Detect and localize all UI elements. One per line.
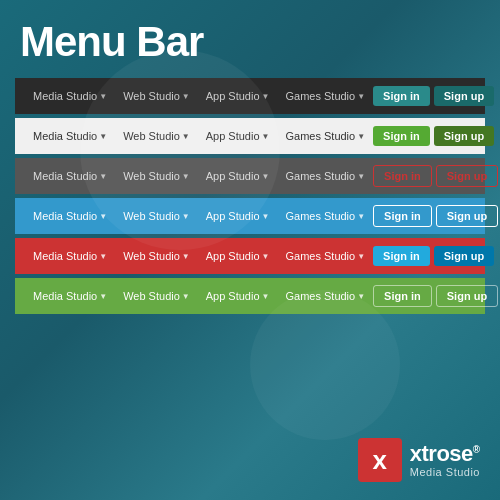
arrow-icon: ▼	[182, 252, 190, 261]
arrow-icon: ▼	[357, 252, 365, 261]
logo-text: xtrose® Media Studio	[410, 442, 480, 478]
btn-group-3: Sign in Sign up	[373, 165, 498, 187]
arrow-icon: ▼	[262, 212, 270, 221]
btn-group-6: Sign in Sign up	[373, 285, 498, 307]
arrow-icon: ▼	[182, 92, 190, 101]
arrow-icon: ▼	[182, 212, 190, 221]
nav-media-studio-3[interactable]: Media Studio ▼	[25, 170, 115, 182]
signup-button-3[interactable]: Sign up	[436, 165, 498, 187]
btn-group-4: Sign in Sign up	[373, 205, 498, 227]
nav-games-studio-6[interactable]: Games Studio ▼	[277, 290, 373, 302]
menu-bars-container: Media Studio ▼ Web Studio ▼ App Studio ▼…	[0, 78, 500, 318]
signin-button-3[interactable]: Sign in	[373, 165, 432, 187]
arrow-icon: ▼	[357, 292, 365, 301]
nav-app-studio-6[interactable]: App Studio ▼	[198, 290, 278, 302]
nav-items-bar4: Media Studio ▼ Web Studio ▼ App Studio ▼…	[25, 210, 373, 222]
signup-button-4[interactable]: Sign up	[436, 205, 498, 227]
nav-games-studio-4[interactable]: Games Studio ▼	[277, 210, 373, 222]
nav-items-bar6: Media Studio ▼ Web Studio ▼ App Studio ▼…	[25, 290, 373, 302]
nav-web-studio-1[interactable]: Web Studio ▼	[115, 90, 198, 102]
nav-app-studio-4[interactable]: App Studio ▼	[198, 210, 278, 222]
signup-button-6[interactable]: Sign up	[436, 285, 498, 307]
menu-bar-1: Media Studio ▼ Web Studio ▼ App Studio ▼…	[15, 78, 485, 114]
nav-items-bar2: Media Studio ▼ Web Studio ▼ App Studio ▼…	[25, 130, 373, 142]
registered-mark: ®	[473, 444, 480, 455]
logo-subtitle: Media Studio	[410, 466, 480, 478]
btn-group-5: Sign in Sign up	[373, 246, 494, 266]
nav-games-studio-3[interactable]: Games Studio ▼	[277, 170, 373, 182]
signin-button-4[interactable]: Sign in	[373, 205, 432, 227]
nav-media-studio-2[interactable]: Media Studio ▼	[25, 130, 115, 142]
menu-bar-2: Media Studio ▼ Web Studio ▼ App Studio ▼…	[15, 118, 485, 154]
arrow-icon: ▼	[99, 172, 107, 181]
nav-web-studio-6[interactable]: Web Studio ▼	[115, 290, 198, 302]
nav-app-studio-3[interactable]: App Studio ▼	[198, 170, 278, 182]
nav-items-bar3: Media Studio ▼ Web Studio ▼ App Studio ▼…	[25, 170, 373, 182]
arrow-icon: ▼	[262, 172, 270, 181]
nav-media-studio-4[interactable]: Media Studio ▼	[25, 210, 115, 222]
nav-media-studio-6[interactable]: Media Studio ▼	[25, 290, 115, 302]
btn-group-2: Sign in Sign up	[373, 126, 494, 146]
nav-web-studio-4[interactable]: Web Studio ▼	[115, 210, 198, 222]
menu-bar-5: Media Studio ▼ Web Studio ▼ App Studio ▼…	[15, 238, 485, 274]
btn-group-1: Sign in Sign up	[373, 86, 494, 106]
signin-button-2[interactable]: Sign in	[373, 126, 430, 146]
nav-web-studio-5[interactable]: Web Studio ▼	[115, 250, 198, 262]
nav-media-studio-1[interactable]: Media Studio ▼	[25, 90, 115, 102]
signin-button-1[interactable]: Sign in	[373, 86, 430, 106]
nav-games-studio-1[interactable]: Games Studio ▼	[277, 90, 373, 102]
arrow-icon: ▼	[357, 172, 365, 181]
signin-button-6[interactable]: Sign in	[373, 285, 432, 307]
menu-bar-3: Media Studio ▼ Web Studio ▼ App Studio ▼…	[15, 158, 485, 194]
arrow-icon: ▼	[99, 252, 107, 261]
nav-media-studio-5[interactable]: Media Studio ▼	[25, 250, 115, 262]
page-title: Menu Bar	[0, 0, 500, 78]
arrow-icon: ▼	[99, 132, 107, 141]
menu-bar-6: Media Studio ▼ Web Studio ▼ App Studio ▼…	[15, 278, 485, 314]
signup-button-1[interactable]: Sign up	[434, 86, 494, 106]
nav-app-studio-1[interactable]: App Studio ▼	[198, 90, 278, 102]
arrow-icon: ▼	[262, 92, 270, 101]
arrow-icon: ▼	[99, 212, 107, 221]
signup-button-2[interactable]: Sign up	[434, 126, 494, 146]
arrow-icon: ▼	[99, 292, 107, 301]
logo-area: x xtrose® Media Studio	[358, 438, 480, 482]
signup-button-5[interactable]: Sign up	[434, 246, 494, 266]
arrow-icon: ▼	[182, 172, 190, 181]
nav-web-studio-2[interactable]: Web Studio ▼	[115, 130, 198, 142]
arrow-icon: ▼	[182, 132, 190, 141]
nav-web-studio-3[interactable]: Web Studio ▼	[115, 170, 198, 182]
arrow-icon: ▼	[357, 92, 365, 101]
logo-name: xtrose®	[410, 442, 480, 466]
nav-games-studio-5[interactable]: Games Studio ▼	[277, 250, 373, 262]
arrow-icon: ▼	[357, 132, 365, 141]
nav-app-studio-2[interactable]: App Studio ▼	[198, 130, 278, 142]
arrow-icon: ▼	[262, 292, 270, 301]
arrow-icon: ▼	[182, 292, 190, 301]
nav-items-bar5: Media Studio ▼ Web Studio ▼ App Studio ▼…	[25, 250, 373, 262]
arrow-icon: ▼	[262, 252, 270, 261]
nav-app-studio-5[interactable]: App Studio ▼	[198, 250, 278, 262]
arrow-icon: ▼	[99, 92, 107, 101]
arrow-icon: ▼	[357, 212, 365, 221]
arrow-icon: ▼	[262, 132, 270, 141]
signin-button-5[interactable]: Sign in	[373, 246, 430, 266]
menu-bar-4: Media Studio ▼ Web Studio ▼ App Studio ▼…	[15, 198, 485, 234]
nav-games-studio-2[interactable]: Games Studio ▼	[277, 130, 373, 142]
logo-x-box: x	[358, 438, 402, 482]
nav-items-bar1: Media Studio ▼ Web Studio ▼ App Studio ▼…	[25, 90, 373, 102]
